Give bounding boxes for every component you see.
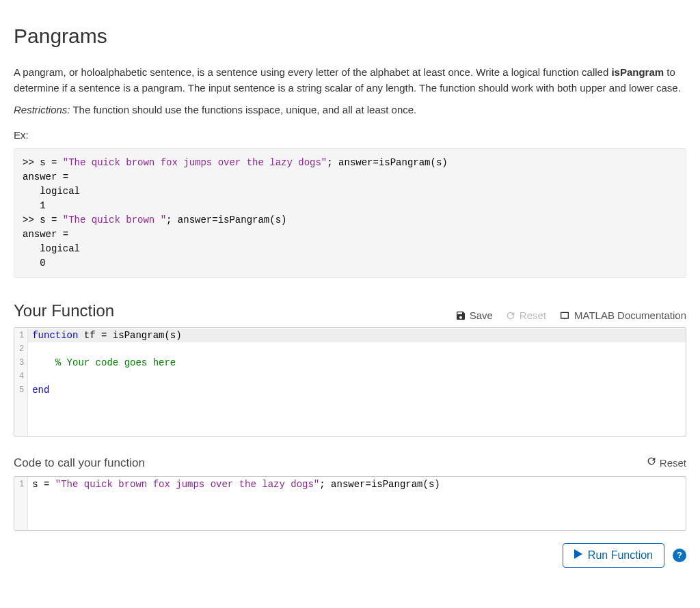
function-body[interactable]: function tf = isPangram(s) % Your code g…: [28, 328, 686, 436]
docs-label: MATLAB Documentation: [574, 308, 686, 324]
page-title: Pangrams: [14, 20, 686, 51]
function-gutter: 12345: [14, 328, 28, 436]
call-body[interactable]: s = "The quick brown fox jumps over the …: [28, 477, 686, 530]
function-editor[interactable]: 12345 function tf = isPangram(s) % Your …: [14, 327, 686, 437]
save-button[interactable]: Save: [455, 308, 493, 324]
intro-text-1: A pangram, or holoalphabetic sentence, i…: [14, 66, 611, 78]
example-label: Ex:: [14, 128, 686, 143]
your-function-title: Your Function: [14, 299, 114, 323]
restrictions-body: The function should use the functions is…: [70, 104, 417, 115]
call-editor[interactable]: 1 s = "The quick brown fox jumps over th…: [14, 476, 686, 531]
book-icon: [558, 310, 571, 321]
call-section-title: Code to call your function: [14, 454, 145, 472]
reset-label: Reset: [520, 308, 546, 324]
reset-icon: [505, 310, 516, 321]
docs-link[interactable]: MATLAB Documentation: [558, 308, 686, 324]
run-function-label: Run Function: [588, 549, 653, 562]
example-block: >> s = "The quick brown fox jumps over t…: [14, 148, 686, 278]
intro-paragraph: A pangram, or holoalphabetic sentence, i…: [14, 65, 686, 96]
restrictions-label: Restrictions:: [14, 104, 70, 115]
intro-function-name: isPangram: [611, 66, 664, 78]
play-icon: [574, 549, 582, 562]
save-label: Save: [470, 308, 493, 324]
run-function-button[interactable]: Run Function: [563, 543, 664, 568]
call-reset-button[interactable]: Reset: [646, 456, 686, 471]
help-button[interactable]: ?: [673, 549, 686, 562]
restrictions-paragraph: Restrictions: The function should use th…: [14, 102, 686, 118]
reset-icon: [646, 456, 657, 471]
reset-button[interactable]: Reset: [505, 308, 546, 324]
call-reset-label: Reset: [660, 456, 686, 471]
function-toolbar: Save Reset MATLAB Documentation: [455, 308, 686, 324]
save-icon: [455, 310, 466, 321]
call-gutter: 1: [14, 477, 28, 530]
